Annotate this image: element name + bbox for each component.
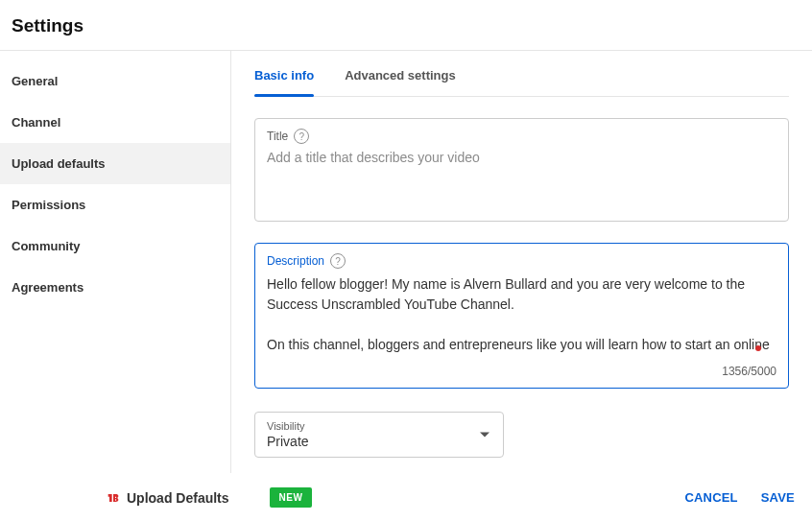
tubebuddy-icon <box>106 490 121 506</box>
sidebar-item-agreements[interactable]: Agreements <box>0 267 230 308</box>
footer-left: Upload Defaults NEW <box>106 487 312 508</box>
tabs: Basic info Advanced settings <box>254 51 789 97</box>
help-icon[interactable]: ? <box>330 253 346 269</box>
tab-basic-info[interactable]: Basic info <box>254 68 314 96</box>
main-panel: Basic info Advanced settings Title ? Des… <box>231 51 812 476</box>
sidebar-item-community[interactable]: Community <box>0 225 230 267</box>
title-label: Title <box>267 130 288 143</box>
chevron-down-icon <box>480 433 490 438</box>
tab-advanced-settings[interactable]: Advanced settings <box>345 68 456 96</box>
char-count: 1356/5000 <box>267 365 776 378</box>
help-icon[interactable]: ? <box>294 129 309 144</box>
sidebar-item-permissions[interactable]: Permissions <box>0 184 230 225</box>
description-label-row: Description ? <box>267 253 776 269</box>
footer-title: Upload Defaults <box>127 490 229 506</box>
title-label-row: Title ? <box>267 129 776 144</box>
settings-body: General Channel Upload defaults Permissi… <box>0 50 812 476</box>
visibility-select[interactable]: Visibility Private <box>254 412 504 458</box>
sidebar-item-channel[interactable]: Channel <box>0 102 230 143</box>
page-title: Settings <box>12 15 800 36</box>
save-button[interactable]: SAVE <box>761 490 795 505</box>
cancel-button[interactable]: CANCEL <box>684 490 737 505</box>
sidebar-item-general[interactable]: General <box>0 60 230 102</box>
title-input[interactable] <box>267 150 776 207</box>
settings-header: Settings <box>0 0 812 50</box>
recording-indicator-icon <box>755 345 761 351</box>
footer-actions: CANCEL SAVE <box>684 490 795 505</box>
footer-bar: Upload Defaults NEW CANCEL SAVE <box>0 473 812 521</box>
description-field-box: Description ? 1356/5000 <box>254 243 789 389</box>
sidebar-item-upload-defaults[interactable]: Upload defaults <box>0 143 230 184</box>
sidebar: General Channel Upload defaults Permissi… <box>0 51 231 476</box>
description-label: Description <box>267 254 324 268</box>
title-field-box: Title ? <box>254 118 789 222</box>
visibility-value: Private <box>267 434 491 449</box>
new-badge: NEW <box>270 487 313 508</box>
main-scroll-area[interactable]: Basic info Advanced settings Title ? Des… <box>231 51 812 476</box>
visibility-label: Visibility <box>267 420 491 432</box>
description-input[interactable] <box>267 274 776 357</box>
